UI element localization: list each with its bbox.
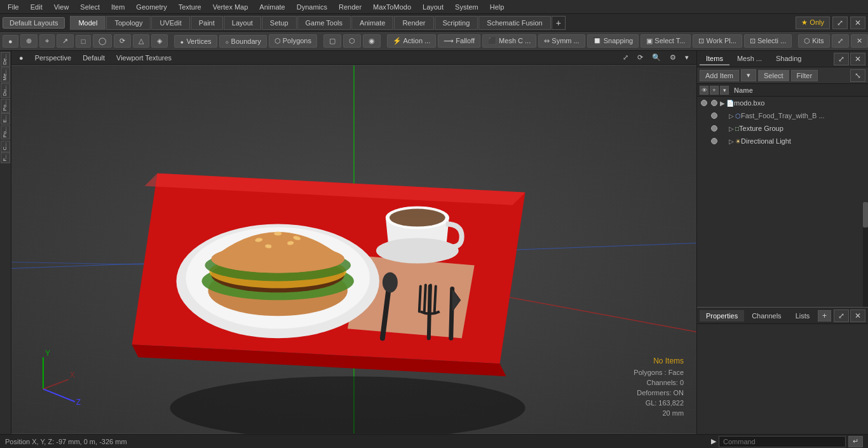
tab-items[interactable]: Items — [700, 53, 729, 65]
panel-close-btn[interactable]: ✕ — [850, 53, 865, 65]
tab-schematic-fusion[interactable]: Schematic Fusion — [478, 16, 550, 30]
expand-arrow-2[interactable]: ▷ — [729, 125, 734, 132]
properties-expand-btn[interactable]: ⤢ — [834, 309, 849, 322]
tab-topology[interactable]: Topology — [106, 16, 151, 30]
viewport-fit-btn[interactable]: ⤢ — [619, 52, 632, 63]
menu-system[interactable]: System — [450, 2, 484, 12]
only-button[interactable]: ★ Only — [796, 17, 830, 29]
viewport-dot[interactable]: ● — [15, 53, 27, 63]
menu-file[interactable]: File — [3, 2, 24, 12]
kits-button[interactable]: ⬡ Kits — [798, 34, 829, 48]
item-vis2-0[interactable] — [710, 98, 719, 107]
expand-arrow-1[interactable]: ▷ — [729, 112, 734, 119]
item-directional-light[interactable]: ▷ ☀ Directional Light — [697, 135, 868, 147]
origin-tool-btn[interactable]: ⊕ — [20, 34, 37, 48]
expand-icon[interactable]: ⤢ — [832, 17, 848, 29]
work-pl-button[interactable]: ⊡ Work Pl... — [693, 34, 742, 48]
select-t-button[interactable]: ▣ Select T... — [641, 34, 691, 48]
sidebar-btn-1[interactable]: De... — [1, 52, 10, 67]
tab-channels[interactable]: Channels — [745, 310, 787, 322]
menu-help[interactable]: Help — [485, 2, 510, 12]
menu-select[interactable]: Select — [75, 2, 105, 12]
menu-render[interactable]: Render — [334, 2, 367, 12]
tab-layout[interactable]: Layout — [224, 16, 261, 30]
add-item-button[interactable]: Add Item — [700, 70, 739, 81]
diamond-tool-btn[interactable]: ◈ — [151, 34, 168, 48]
viewport-settings-btn[interactable]: ⚙ — [666, 52, 680, 63]
viewport-zoom-btn[interactable]: 🔍 — [648, 52, 665, 63]
polygons-button[interactable]: ⬡ Polygons — [269, 34, 317, 48]
eye-col-icon[interactable]: 👁 — [700, 86, 709, 95]
viewport-reset-btn[interactable]: ⟳ — [634, 52, 647, 63]
tab-setup[interactable]: Setup — [262, 16, 297, 30]
tab-mesh[interactable]: Mesh ... — [731, 53, 768, 65]
symm-button[interactable]: ⇔ Symm ... — [538, 34, 585, 48]
sidebar-btn-8[interactable]: F... — [1, 153, 10, 163]
close2-button[interactable]: ✕ — [851, 34, 868, 48]
square-tool-btn[interactable]: ▢ — [323, 34, 341, 48]
menu-vertex-map[interactable]: Vertex Map — [208, 2, 254, 12]
tab-render[interactable]: Render — [394, 16, 433, 30]
viewport-more-btn[interactable]: ▾ — [681, 52, 693, 63]
hex-tool-btn[interactable]: ⬡ — [343, 34, 361, 48]
render-col-icon[interactable]: + — [710, 86, 719, 95]
panel-expand-btn[interactable]: ⤢ — [834, 53, 849, 65]
mesh-c-button[interactable]: ⬛ Mesh C ... — [482, 34, 536, 48]
menu-view[interactable]: View — [49, 2, 74, 12]
boundary-button[interactable]: ⬦ Boundary — [219, 35, 267, 48]
item-vis-2[interactable] — [710, 124, 719, 133]
viewport-shading[interactable]: Default — [79, 53, 109, 63]
command-enter-btn[interactable]: ↵ — [848, 436, 863, 447]
items-filter-button[interactable]: Filter — [791, 70, 818, 81]
default-layouts-button[interactable]: Default Layouts — [3, 17, 65, 29]
expand-col-icon[interactable]: ▾ — [720, 86, 729, 95]
action-button[interactable]: ⚡ Action ... — [387, 34, 436, 48]
select-box-btn[interactable]: □ — [76, 35, 92, 48]
expand-arrow-0[interactable]: ▶ — [720, 100, 725, 107]
add-tab-button[interactable]: + — [552, 16, 566, 30]
item-fast-food-tray[interactable]: ▷ ⬡ Fast_Food_Tray_with_B ... — [697, 109, 868, 122]
tab-scripting[interactable]: Scripting — [435, 16, 478, 30]
viewport-type[interactable]: Perspective — [31, 53, 75, 63]
falloff-button[interactable]: ⟿ Falloff — [438, 34, 480, 48]
dot-tool-btn[interactable]: ◉ — [363, 34, 381, 48]
viewport-canvas[interactable]: Y Z X No Items Polygons : Face Channels:… — [11, 65, 696, 434]
tab-model[interactable]: Model — [70, 16, 105, 30]
tab-animate[interactable]: Animate — [351, 16, 393, 30]
vertices-button[interactable]: ⬥ | VerticesVertices — [174, 35, 217, 48]
item-vis-3[interactable] — [710, 137, 719, 146]
menu-edit[interactable]: Edit — [25, 2, 48, 12]
menu-item[interactable]: Item — [106, 2, 130, 12]
properties-add-btn[interactable]: + — [818, 310, 831, 322]
expand-arrow-3[interactable]: ▷ — [729, 138, 734, 145]
arrow-tool-btn[interactable]: ↗ — [57, 34, 74, 48]
item-modo-bxo[interactable]: ▶ 📄 modo.bxo — [697, 97, 868, 109]
item-texture-group[interactable]: ▷ □ Texture Group — [697, 122, 868, 135]
add-item-dropdown[interactable]: ▾ — [741, 69, 756, 81]
tab-paint[interactable]: Paint — [191, 16, 223, 30]
menu-animate[interactable]: Animate — [254, 2, 290, 12]
menu-geometry[interactable]: Geometry — [131, 2, 172, 12]
tab-uvedit[interactable]: UVEdit — [151, 16, 189, 30]
items-collapse-btn[interactable]: ⤡ — [850, 69, 865, 82]
menu-layout[interactable]: Layout — [417, 2, 449, 12]
item-vis-1[interactable] — [710, 111, 719, 120]
snapping-button[interactable]: 🔲 Snapping — [587, 34, 639, 48]
items-select-button[interactable]: Select — [758, 70, 789, 81]
command-input[interactable] — [719, 436, 846, 447]
tab-game-tools[interactable]: Game Tools — [297, 16, 351, 30]
menu-texture[interactable]: Texture — [173, 2, 207, 12]
sidebar-btn-6[interactable]: Po... — [1, 125, 10, 139]
tab-lists[interactable]: Lists — [789, 310, 817, 322]
sidebar-btn-7[interactable]: C... — [1, 140, 10, 152]
tab-properties[interactable]: Properties — [700, 310, 744, 322]
properties-close-btn[interactable]: ✕ — [850, 309, 865, 322]
menu-maxtomodo[interactable]: MaxToModo — [368, 2, 416, 12]
tab-shading[interactable]: Shading — [770, 53, 808, 65]
sidebar-btn-5[interactable]: E... — [1, 113, 10, 125]
sidebar-btn-4[interactable]: Po... — [1, 98, 10, 112]
sidebar-btn-2[interactable]: Me... — [1, 67, 10, 83]
bullet-tool-btn[interactable]: ● — [3, 35, 18, 48]
close-icon[interactable]: ✕ — [850, 17, 865, 29]
viewport-texture[interactable]: Viewport Textures — [112, 53, 175, 63]
